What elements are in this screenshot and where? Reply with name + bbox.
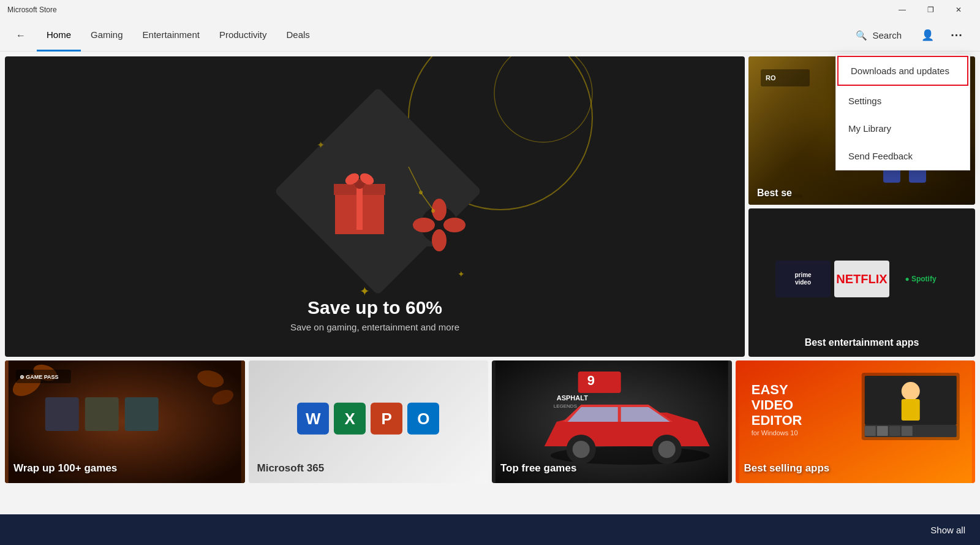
outlook-icon: O [407,403,439,435]
svg-text:EDITOR: EDITOR [751,413,802,428]
grid-main: ✦ ✦ ✦ Save up to 60% Save on gaming, ent… [0,51,980,514]
svg-text:✦: ✦ [317,140,325,150]
prime-video-logo: primevideo [775,261,831,297]
svg-rect-42 [45,397,79,431]
svg-point-50 [573,441,590,458]
navbar: ← Home Gaming Entertainment Productivity… [0,20,980,51]
svg-rect-63 [864,426,875,436]
nav-deals[interactable]: Deals [276,20,319,51]
video-editor-tile[interactable]: EASY VIDEO EDITOR for Windows 10 Best se… [736,360,976,483]
entertainment-logos: primevideo NETFLIX ● Spotify [775,261,948,297]
office-tile[interactable]: W X P O Microsoft 365 [249,360,489,483]
svg-text:for Windows 10: for Windows 10 [751,429,797,436]
hero-text: Save up to 60% Save on gaming, entertain… [290,297,459,332]
bottom-row: ⊕ GAME PASS Wrap up 100+ games W X P O M… [5,360,975,483]
svg-text:9: 9 [587,373,595,388]
dropdown-settings[interactable]: Settings [836,87,970,115]
dropdown-menu: Downloads and updates Settings My Librar… [835,54,970,170]
window-controls: — ❐ ✕ [888,0,973,20]
show-all-button[interactable]: Show all [930,525,965,535]
app-title: Microsoft Store [7,6,57,14]
svg-rect-65 [889,426,900,436]
back-icon: ← [16,30,26,41]
svg-rect-64 [876,426,888,436]
gamepass-label: Wrap up 100+ games [13,462,117,474]
user-icon: 👤 [921,29,934,42]
svg-rect-43 [85,397,119,431]
footer: Show all [0,514,980,545]
excel-icon: X [334,403,366,435]
search-button[interactable]: 🔍 Search [846,22,911,49]
search-icon: 🔍 [856,30,867,41]
svg-text:EASY: EASY [751,382,788,397]
search-label: Search [872,30,902,40]
titlebar: Microsoft Store — ❐ ✕ [0,0,980,20]
svg-point-12 [432,229,447,251]
svg-text:VIDEO: VIDEO [751,397,793,413]
entertainment-label: Best entertainment apps [805,337,919,348]
user-button[interactable]: 👤 [914,22,941,49]
hero-subtitle: Save on gaming, entertainment and more [290,322,459,332]
netflix-logo: NETFLIX [834,261,889,297]
nav-links: Home Gaming Entertainment Productivity D… [37,20,846,51]
svg-rect-66 [901,426,912,436]
gamepass-tile[interactable]: ⊕ GAME PASS Wrap up 100+ games [5,360,245,483]
office-label: Microsoft 365 [257,462,325,474]
svg-point-14 [443,218,466,232]
main-content: ✦ ✦ ✦ Save up to 60% Save on gaming, ent… [0,51,980,545]
hero-title: Save up to 60% [290,297,459,318]
minimize-button[interactable]: — [888,0,916,20]
nav-productivity[interactable]: Productivity [209,20,277,51]
video-editor-label: Best selling apps [744,462,830,474]
dropdown-library[interactable]: My Library [836,115,970,142]
svg-point-52 [658,441,676,458]
nav-entertainment[interactable]: Entertainment [133,20,209,51]
maximize-button[interactable]: ❐ [916,0,944,20]
more-button[interactable]: ··· [943,22,970,49]
powerpoint-icon: P [371,403,402,435]
word-icon: W [297,403,329,435]
svg-text:✦: ✦ [360,284,370,298]
svg-point-60 [901,382,919,400]
entertainment-panel[interactable]: primevideo NETFLIX ● Spotify Best entert… [748,208,975,357]
more-icon: ··· [951,28,963,42]
dropdown-downloads[interactable]: Downloads and updates [837,56,968,86]
nav-right: 🔍 Search 👤 ··· Downloads and updates Set… [846,22,970,49]
svg-rect-61 [901,399,919,421]
svg-point-13 [413,218,435,232]
svg-text:ASPHALT: ASPHALT [557,394,588,402]
back-button[interactable]: ← [10,25,32,47]
asphalt-label: Top free games [500,462,576,474]
best-seller-label: Best se… [748,181,810,205]
spotify-logo: ● Spotify [893,261,948,297]
hero-banner[interactable]: ✦ ✦ ✦ Save up to 60% Save on gaming, ent… [5,56,745,357]
nav-gaming[interactable]: Gaming [81,20,133,51]
svg-rect-44 [125,397,159,431]
svg-text:⊕ GAME PASS: ⊕ GAME PASS [20,374,59,380]
svg-point-21 [431,209,435,213]
close-button[interactable]: ✕ [944,0,973,20]
svg-text:✦: ✦ [458,269,465,279]
svg-text:LEGENDS: LEGENDS [554,403,577,409]
dropdown-feedback[interactable]: Send Feedback [836,142,970,170]
svg-rect-5 [356,184,363,230]
svg-rect-53 [578,372,621,393]
asphalt-tile[interactable]: 9 ASPHALT LEGENDS Top free games [492,360,732,483]
office-icons: W X P O [297,403,439,435]
nav-home[interactable]: Home [37,20,81,51]
svg-text:RO: RO [766,74,776,82]
svg-point-1 [494,56,592,142]
